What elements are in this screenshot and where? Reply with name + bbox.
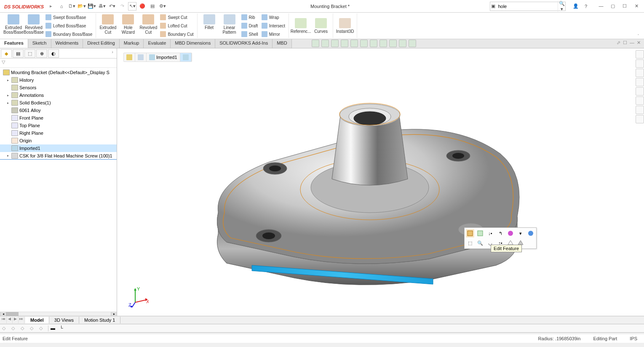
tree-csk-hole[interactable]: ▸CSK for 3/8 Flat Head Machine Screw (10… (0, 152, 117, 160)
ctx-color-icon[interactable] (526, 229, 535, 238)
extruded-cut-button[interactable]: Extruded Cut (98, 13, 118, 38)
revolved-boss-button[interactable]: Revolved Boss/Base (24, 13, 44, 38)
user-icon[interactable]: 👤 (572, 2, 580, 11)
view-tab-motion-study[interactable]: Motion Study 1 (79, 317, 120, 323)
swept-boss-button[interactable]: Swept Boss/Base (44, 13, 94, 21)
tree-right-plane[interactable]: Right Plane (0, 129, 117, 137)
redo-icon[interactable]: ↷ (118, 2, 126, 11)
bc-body-icon[interactable] (135, 53, 147, 61)
ctx-normal-to-icon[interactable]: ⬚ (466, 239, 474, 247)
boundary-boss-button[interactable]: Boundary Boss/Base (44, 30, 94, 38)
linear-pattern-button[interactable]: Linear Pattern (219, 13, 240, 38)
lofted-boss-button[interactable]: Lofted Boss/Base (44, 22, 94, 29)
curves-button[interactable]: Curves (311, 17, 331, 35)
tab-markup[interactable]: Markup (120, 39, 144, 48)
undo-icon[interactable]: ↶▾ (108, 2, 116, 11)
taskpane-forum-icon[interactable] (636, 115, 644, 123)
revolved-cut-button[interactable]: Revolved Cut (138, 13, 158, 38)
rib-button[interactable]: Rib (240, 13, 260, 21)
bt-icon-6[interactable]: ▬ (50, 325, 58, 332)
doc-close-icon[interactable]: ✕ (637, 40, 641, 47)
wrap-button[interactable]: Wrap (260, 13, 287, 21)
new-icon[interactable]: 🗋▾ (67, 2, 76, 11)
config-manager-tab[interactable]: ⬚ (24, 49, 35, 58)
tab-weldments[interactable]: Weldments (51, 39, 83, 48)
bc-face-icon[interactable] (180, 53, 192, 61)
instant3d-button[interactable]: Instant3D (335, 17, 355, 35)
ctx-zoom-selection-icon[interactable]: 🔍 (476, 239, 484, 247)
tab-direct-editing[interactable]: Direct Editing (83, 39, 119, 48)
zoom-fit-icon[interactable] (312, 40, 319, 47)
ctx-parent-child-icon[interactable]: ↓• (486, 229, 494, 238)
taskpane-resources-icon[interactable] (636, 59, 644, 68)
display-manager-tab[interactable]: ◐ (48, 49, 59, 58)
tree-annotations[interactable]: ▸Annotations (0, 91, 117, 99)
vtab-last-icon[interactable]: ⏭ (19, 317, 24, 323)
bt-icon-4[interactable]: ◇ (29, 325, 37, 332)
bt-icon-7[interactable]: └ (59, 325, 67, 332)
shell-button[interactable]: Shell (240, 30, 260, 38)
tree-imported1[interactable]: Imported1 (0, 144, 117, 152)
intersect-button[interactable]: Intersect (260, 22, 287, 29)
ctx-rollback-icon[interactable]: ↰ (496, 229, 505, 238)
feature-manager-tab[interactable]: ◆ (1, 49, 12, 58)
lofted-cut-button[interactable]: Lofted Cut (158, 22, 195, 29)
open-icon[interactable]: 📂▾ (77, 2, 86, 11)
view-settings-icon[interactable] (409, 40, 416, 47)
taskpane-view-palette-icon[interactable] (636, 87, 644, 96)
tree-sensors[interactable]: Sensors (0, 84, 117, 91)
view-orientation-icon[interactable] (360, 40, 368, 47)
graphics-viewport[interactable]: Imported1 (117, 48, 644, 316)
tree-hscroll[interactable]: ◂▸ (0, 312, 117, 316)
tree-root[interactable]: Mounting Bracket (Default<<Default>_Disp… (0, 69, 117, 76)
view-tab-model[interactable]: Model (25, 317, 49, 323)
vtab-prev-icon[interactable]: ◀ (7, 317, 13, 323)
dynamic-annotation-icon[interactable] (350, 40, 358, 47)
home-icon[interactable]: ⌂ (57, 2, 66, 11)
tab-mbd[interactable]: MBD (273, 39, 291, 48)
tree-solid-bodies[interactable]: ▸Solid Bodies(1) (0, 99, 117, 107)
taskpane-appearances-icon[interactable] (636, 96, 644, 105)
tab-sketch[interactable]: Sketch (28, 39, 51, 48)
taskpane-design-library-icon[interactable] (636, 69, 644, 77)
tree-filter[interactable]: ▽ (0, 59, 117, 68)
mirror-button[interactable]: Mirror (260, 30, 287, 38)
bc-imported1[interactable]: Imported1 (147, 53, 180, 61)
bt-icon-1[interactable]: ◇ (2, 325, 9, 332)
options-icon[interactable]: ⚙▾ (158, 2, 167, 11)
status-units[interactable]: IPS (630, 336, 637, 341)
dimxpert-tab[interactable]: ⊕ (36, 49, 47, 58)
maximize-button[interactable]: ☐ (620, 3, 629, 9)
taskpane-file-explorer-icon[interactable] (636, 78, 644, 86)
tree-front-plane[interactable]: Front Plane (0, 114, 117, 122)
tree-origin[interactable]: Origin (0, 137, 117, 144)
reference-geom-button[interactable]: Referenc... (291, 17, 311, 35)
panel-expand-icon[interactable]: › (109, 49, 116, 57)
ribbon-collapse-icon[interactable]: ˇ (634, 34, 642, 38)
vtab-next-icon[interactable]: ▶ (13, 317, 19, 323)
view-tab-3dviews[interactable]: 3D Views (49, 317, 79, 323)
ctx-dropdown-icon[interactable]: ▾ (516, 229, 525, 238)
menu-expand[interactable]: ▸ (48, 3, 54, 9)
taskpane-custom-props-icon[interactable] (636, 106, 644, 114)
doc-maximize-icon[interactable]: ☐ (623, 40, 627, 47)
vtab-first-icon[interactable]: ⏮ (1, 317, 7, 323)
search-submit-icon[interactable]: 🔍▾ (558, 1, 565, 12)
doc-minimize-icon[interactable]: — (630, 40, 634, 47)
tab-addins[interactable]: SOLIDWORKS Add-Ins (215, 39, 273, 48)
save-icon[interactable]: 💾▾ (88, 2, 96, 11)
tree-top-plane[interactable]: Top Plane (0, 122, 117, 129)
print-icon[interactable]: 🖶▾ (98, 2, 106, 11)
edit-appearance-icon[interactable] (389, 40, 397, 47)
section-view-icon[interactable] (341, 40, 348, 47)
bc-part-icon[interactable] (124, 53, 135, 61)
prev-view-icon[interactable] (331, 40, 339, 47)
tab-mbd-dimensions[interactable]: MBD Dimensions (171, 39, 215, 48)
search-box[interactable]: ▣ 🔍▾ (490, 2, 566, 11)
fillet-button[interactable]: Fillet (199, 13, 219, 38)
hole-wizard-button[interactable]: Hole Wizard (118, 13, 138, 38)
select-icon[interactable]: ↖▾ (128, 2, 136, 11)
swept-cut-button[interactable]: Swept Cut (158, 13, 195, 21)
apply-scene-icon[interactable] (399, 40, 406, 47)
ctx-appearance-icon[interactable] (506, 229, 515, 238)
